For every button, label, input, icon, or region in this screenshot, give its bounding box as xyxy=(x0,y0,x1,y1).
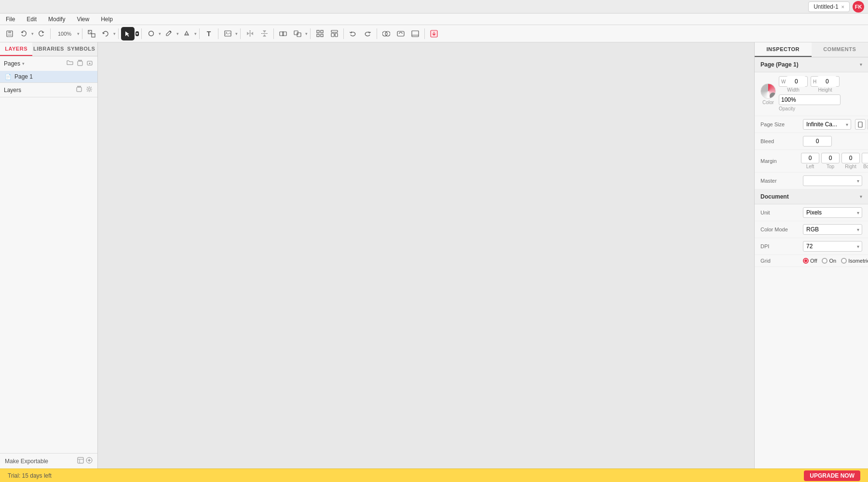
tab-layers[interactable]: LAYERS xyxy=(0,42,32,56)
redo-button[interactable] xyxy=(34,27,48,40)
color-swatch[interactable] xyxy=(760,83,776,99)
left-panel: LAYERS LIBRARIES SYMBOLS Pages ▾ xyxy=(0,42,98,469)
page-size-select[interactable]: Infinite Ca... Custom A4 A3 Letter xyxy=(803,119,851,130)
svg-rect-13 xyxy=(280,32,284,36)
margin-bottom-label: Bottom xyxy=(863,164,868,169)
color-mode-select[interactable]: RGB CMYK xyxy=(803,224,862,235)
pages-chevron-icon[interactable]: ▾ xyxy=(22,61,25,66)
layers-title: Layers xyxy=(4,87,21,94)
image-chevron-icon[interactable]: ▾ xyxy=(235,31,238,36)
bleed-input[interactable] xyxy=(803,136,832,147)
menu-view[interactable]: View xyxy=(75,15,91,24)
select-chevron-icon[interactable]: ▾ xyxy=(136,31,139,36)
shape-tool-button[interactable] xyxy=(144,27,158,40)
make-exportable-label: Make Exportable xyxy=(5,458,48,465)
boolean-chevron-icon[interactable]: ▾ xyxy=(305,31,308,36)
scale-button[interactable] xyxy=(85,27,98,40)
full-screen-button[interactable] xyxy=(408,27,422,40)
layout-button[interactable] xyxy=(327,27,341,40)
width-input[interactable] xyxy=(787,76,806,87)
layers-delete-icon[interactable] xyxy=(75,85,83,95)
tab-inspector[interactable]: INSPECTOR xyxy=(755,42,812,57)
canvas[interactable] xyxy=(98,42,754,469)
page-section-chevron-icon[interactable]: ▾ xyxy=(860,62,862,67)
pen-chevron-icon[interactable]: ▾ xyxy=(176,31,179,36)
margin-top-input[interactable] xyxy=(821,153,840,163)
left-tabs: LAYERS LIBRARIES SYMBOLS xyxy=(0,42,97,56)
mask-button[interactable] xyxy=(380,27,393,40)
boolean-button[interactable] xyxy=(291,27,304,40)
tab-symbols[interactable]: SYMBOLS xyxy=(65,42,97,56)
image-tool-button[interactable] xyxy=(221,27,234,40)
svg-point-41 xyxy=(88,88,91,91)
pages-actions xyxy=(66,59,94,68)
color-mode-label: Color Mode xyxy=(760,227,799,232)
close-tab-button[interactable]: × xyxy=(841,4,844,10)
grid-row: Grid Off On Isometric xyxy=(755,255,868,267)
height-input[interactable] xyxy=(817,76,837,87)
menu-edit[interactable]: Edit xyxy=(25,15,39,24)
avatar[interactable]: FK xyxy=(853,1,864,13)
undo2-button[interactable] xyxy=(346,27,360,40)
exportable-slice-icon[interactable] xyxy=(77,457,84,465)
margin-right-input[interactable] xyxy=(841,153,860,163)
svg-rect-18 xyxy=(321,30,323,33)
mask2-button[interactable] xyxy=(394,27,407,40)
pages-delete-icon[interactable] xyxy=(76,59,84,68)
dpi-label: DPI xyxy=(760,243,799,249)
opacity-input[interactable] xyxy=(781,96,815,103)
sep1 xyxy=(50,28,51,39)
menu-help[interactable]: Help xyxy=(99,15,115,24)
grid-off-option[interactable]: Off xyxy=(803,258,817,264)
document-tab[interactable]: Untitled-1 × xyxy=(808,1,850,12)
master-row: Master xyxy=(755,173,868,189)
select-tool-button[interactable] xyxy=(121,27,135,40)
pen-tool-button[interactable] xyxy=(162,27,176,40)
flip-v-button[interactable] xyxy=(258,27,271,40)
margin-row: Margin Left Top Right xyxy=(755,150,868,173)
export-button[interactable] xyxy=(427,27,441,40)
color-field: Color xyxy=(760,83,776,105)
pages-folder-icon[interactable] xyxy=(66,59,74,68)
rotate-button[interactable] xyxy=(99,27,112,40)
page-item[interactable]: 📄 Page 1 xyxy=(0,71,97,82)
menu-file[interactable]: File xyxy=(4,15,17,24)
grid-isometric-option[interactable]: Isometric xyxy=(841,258,868,264)
width-height-row: W Width H Height xyxy=(779,76,862,93)
master-label: Master xyxy=(760,178,799,184)
tab-libraries[interactable]: LIBRARIES xyxy=(32,42,65,56)
fill-chevron-icon[interactable]: ▾ xyxy=(194,31,197,36)
union-button[interactable] xyxy=(276,27,290,40)
menu-modify[interactable]: Modify xyxy=(46,15,67,24)
fill-tool-button[interactable] xyxy=(180,27,193,40)
pages-add-icon[interactable] xyxy=(86,59,94,68)
zoom-chevron-icon[interactable]: ▾ xyxy=(77,31,80,36)
upgrade-button[interactable]: UPGRADE NOW xyxy=(804,470,860,481)
text-tool-button[interactable]: T xyxy=(202,27,216,40)
exportable-add-icon[interactable] xyxy=(86,457,93,465)
master-select[interactable] xyxy=(803,175,862,186)
zoom-button[interactable]: 100% xyxy=(53,27,76,40)
undo-arrow-icon[interactable]: ▾ xyxy=(31,31,34,36)
canvas-drawing-area[interactable] xyxy=(98,42,754,469)
transform-chevron-icon[interactable]: ▾ xyxy=(113,31,116,36)
layers-settings-icon[interactable] xyxy=(85,85,94,95)
unit-select[interactable]: Pixels Points Millimeters Centimeters In… xyxy=(803,207,862,218)
redo2-button[interactable] xyxy=(361,27,374,40)
margin-left-input[interactable] xyxy=(801,153,819,163)
toolbar-group-zoom: 100% ▾ xyxy=(53,27,80,40)
margin-left-field: Left xyxy=(801,153,819,169)
orient-portrait-button[interactable] xyxy=(855,119,866,130)
save-button[interactable] xyxy=(3,27,16,40)
sep10 xyxy=(343,28,344,39)
dpi-select[interactable]: 72 96 150 300 xyxy=(803,241,862,252)
margin-right-field: Right xyxy=(841,153,860,169)
shape-chevron-icon[interactable]: ▾ xyxy=(159,31,161,36)
document-section-chevron-icon[interactable]: ▾ xyxy=(860,194,862,199)
grid-on-option[interactable]: On xyxy=(822,258,836,264)
undo-button[interactable] xyxy=(17,27,30,40)
margin-bottom-input[interactable] xyxy=(862,153,868,163)
tab-comments[interactable]: COMMENTS xyxy=(812,42,868,57)
grid-view-button[interactable] xyxy=(313,27,326,40)
flip-h-button[interactable] xyxy=(243,27,257,40)
